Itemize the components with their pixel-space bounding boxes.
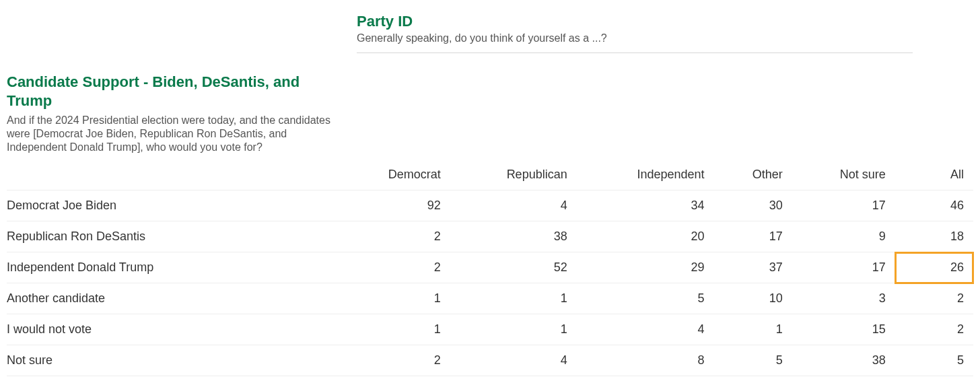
table-head: DemocratRepublicanIndependentOtherNot su… [7,154,973,190]
cell: 46 [895,190,973,221]
table-row: Republican Ron DeSantis2382017918 [7,221,973,252]
cell: 2 [895,283,973,314]
cell: 92 [337,190,450,221]
cell: 2 [337,252,450,283]
row-label: Not sure [7,345,337,376]
cell: 52 [450,252,577,283]
table-body: Democrat Joe Biden92434301746Republican … [7,190,973,386]
table-row: Democrat Joe Biden92434301746 [7,190,973,221]
cell: 8 [577,345,714,376]
row-variable-subtitle: And if the 2024 Presidential election we… [7,114,337,154]
cell: 4 [450,190,577,221]
cell: 29 [577,252,714,283]
cell: 889 [450,376,577,386]
row-label: Republican Ron DeSantis [7,221,337,252]
cell: 18 [895,221,973,252]
cell: 34 [577,190,714,221]
cell: 2 [337,221,450,252]
cell: 1,154 [337,376,450,386]
cell: 3 [792,283,895,314]
cell: 5 [714,345,792,376]
cell: 864 [577,376,714,386]
cell: 38 [450,221,577,252]
row-label: Democrat Joe Biden [7,190,337,221]
cell: 10 [714,283,792,314]
cell: 1 [714,314,792,345]
table-row: I would not vote1141152 [7,314,973,345]
column-header: Independent [577,154,714,190]
cell: 20 [577,221,714,252]
cell: 17 [792,190,895,221]
cell: 1 [337,314,450,345]
cell: 4 [450,345,577,376]
cell: 2 [337,345,450,376]
cell: 26 [895,252,973,283]
cell: 9 [792,221,895,252]
crosstab-frame: Candidate Support - Biden, DeSantis, and… [0,0,980,385]
cell: 1 [450,314,577,345]
crosstab-table: DemocratRepublicanIndependentOtherNot su… [7,154,973,385]
cell: 2 [895,314,973,345]
cell: 121 [714,376,792,386]
cell: 37 [714,252,792,283]
column-variable-block: Party ID Generally speaking, do you thin… [357,5,973,154]
cell: 4 [577,314,714,345]
table-row: Unweighted N1,154889864121703,098 [7,376,973,386]
row-variable-block: Candidate Support - Biden, DeSantis, and… [7,5,337,154]
column-header: All [895,154,973,190]
row-label: Another candidate [7,283,337,314]
cell: 1 [450,283,577,314]
cell: 30 [714,190,792,221]
column-header: Not sure [792,154,895,190]
row-variable-title: Candidate Support - Biden, DeSantis, and… [7,73,337,110]
column-header: Other [714,154,792,190]
corner-cell [7,154,337,190]
cell: 17 [714,221,792,252]
cell: 15 [792,314,895,345]
column-header: Democrat [337,154,450,190]
table-row: Not sure2485385 [7,345,973,376]
row-label: Independent Donald Trump [7,252,337,283]
crosstab-layout: Candidate Support - Biden, DeSantis, and… [7,5,973,154]
row-label: I would not vote [7,314,337,345]
cell: 5 [577,283,714,314]
column-header: Republican [450,154,577,190]
cell: 38 [792,345,895,376]
cell: 3,098 [895,376,973,386]
cell: 1 [337,283,450,314]
cell: 70 [792,376,895,386]
column-variable-subtitle: Generally speaking, do you think of your… [357,32,973,44]
cell: 5 [895,345,973,376]
row-label: Unweighted N [7,376,337,386]
cell: 17 [792,252,895,283]
column-variable-title: Party ID [357,12,973,31]
column-header-rule [357,53,913,53]
table-row: Another candidate1151032 [7,283,973,314]
table-row: Independent Donald Trump25229371726 [7,252,973,283]
